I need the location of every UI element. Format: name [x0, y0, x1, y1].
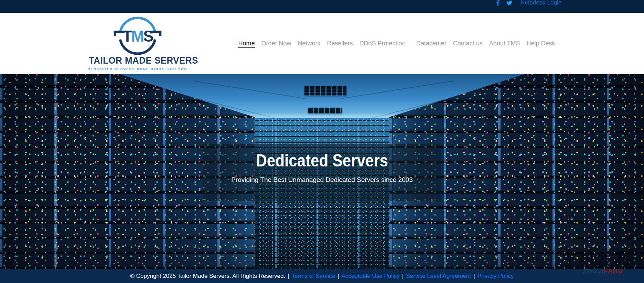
logo-tagline: DEDICATED SERVERS DONE RIGHT. FOR YOU	[87, 67, 188, 71]
nav-item-contact-us[interactable]: Contact us	[450, 40, 486, 47]
hero-overlay-box: Dedicated Servers Providing The Best Unm…	[203, 144, 441, 201]
topbar: Helpdesk Login	[0, 0, 644, 13]
logo-monogram: TMS	[122, 28, 153, 45]
footer-link-terms-of-service[interactable]: Terms of Service	[292, 273, 335, 280]
logo[interactable]: TMS TAILOR MADE SERVERS DEDICATED SERVER…	[87, 15, 188, 71]
hero-banner: Dedicated Servers Providing The Best Unm…	[0, 74, 644, 269]
hero-title: Dedicated Servers	[217, 151, 426, 171]
nav-item-ddos-protection[interactable]: DDoS Protection	[356, 40, 409, 47]
page: { "topbar": { "icons": ["facebook-icon",…	[0, 0, 644, 283]
ceiling-vent	[308, 108, 342, 113]
nav-item-about-tms[interactable]: About TMS	[486, 40, 523, 47]
helpdesk-login-link[interactable]: Helpdesk Login	[520, 0, 562, 6]
topbar-right-group: Helpdesk Login	[495, 0, 562, 8]
nav-item-help-desk[interactable]: Help Desk	[523, 40, 558, 47]
ceiling-vent	[304, 86, 346, 96]
hero-subtitle: Providing The Best Unmanaged Dedicated S…	[203, 176, 441, 184]
header: TMS TAILOR MADE SERVERS DEDICATED SERVER…	[0, 13, 644, 74]
footer-link-privacy-policy[interactable]: Privacy Policy	[477, 273, 514, 280]
nav-item-home[interactable]: Home	[235, 40, 258, 47]
logo-title: TAILOR MADE SERVERS	[89, 55, 186, 66]
main-nav: Home Order Now Network Resellers DDoS Pr…	[235, 13, 558, 74]
nav-item-resellers[interactable]: Resellers	[324, 40, 356, 47]
copyright-text: © Copyright 2025 Tailor Made Servers. Al…	[130, 273, 286, 280]
nav-item-datacenter[interactable]: Datacenter	[413, 40, 450, 47]
tms-logo-mark: TMS	[110, 15, 165, 56]
footer: © Copyright 2025 Tailor Made Servers. Al…	[0, 269, 644, 283]
twitter-icon[interactable]	[506, 0, 512, 6]
facebook-icon[interactable]	[495, 0, 501, 6]
footer-link-acceptable-use-policy[interactable]: Acceptable Use Policy	[342, 273, 400, 280]
footer-link-service-level-agreement[interactable]: Service Level Agreement	[406, 273, 471, 280]
nav-item-network[interactable]: Network	[294, 40, 324, 47]
nav-item-order-now[interactable]: Order Now	[258, 40, 294, 47]
